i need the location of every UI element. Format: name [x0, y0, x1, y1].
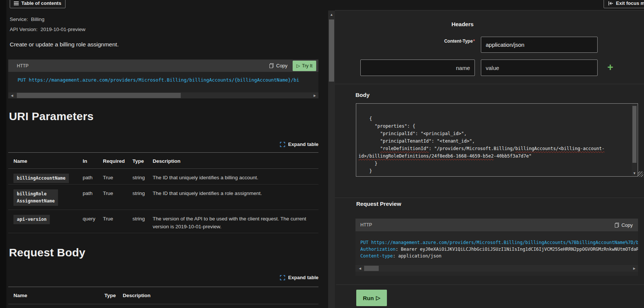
service-value: Billing — [31, 16, 45, 22]
cell-description: The ID that uniquely identifies a billin… — [153, 169, 313, 182]
run-button[interactable]: Run ▷ — [356, 290, 387, 306]
cell-in: path — [83, 169, 103, 182]
code-line: } — [358, 167, 628, 175]
code-line: "principalTenantId": "<tenant_id>", — [358, 137, 628, 145]
parameter-name-chip: billingAccountName — [13, 174, 69, 183]
body-json: { "properties": { "principalId": "<princ… — [356, 104, 638, 175]
scrollbar-thumb[interactable] — [632, 106, 637, 163]
cell-in: query — [83, 210, 103, 223]
code-block-header: HTTP Copy — [355, 219, 638, 231]
operation-description: Create or update a billing role assignme… — [10, 41, 119, 48]
uri-parameters-table-body: billingAccountNamepathTruestringThe ID t… — [8, 169, 318, 233]
cell-description: The ID that uniquely identifies a role a… — [153, 185, 313, 197]
parameter-name-chip: api-version — [13, 215, 50, 224]
scroll-right-icon[interactable]: ▶ — [312, 92, 318, 98]
expand-icon — [280, 142, 285, 147]
scroll-right-icon[interactable]: ▶ — [631, 265, 637, 272]
request-body-title: Request Body — [9, 246, 85, 259]
cell-required: True — [103, 185, 132, 197]
request-body-textarea[interactable]: { "properties": { "principalId": "<princ… — [356, 103, 638, 177]
service-meta: Service:Billing — [10, 16, 45, 22]
try-it-label: Try It — [302, 63, 312, 68]
http-sample-block: HTTP Copy ▷ Try It PUT https://managemen… — [8, 60, 318, 98]
code-segment: Content-type — [360, 253, 393, 259]
run-label: Run — [363, 295, 374, 301]
scrollbar-thumb[interactable] — [17, 93, 181, 98]
content-type-input[interactable] — [481, 37, 598, 53]
scroll-down-icon[interactable]: ▼ — [632, 171, 637, 175]
code-segment: } — [358, 161, 378, 166]
divider — [335, 198, 644, 198]
code-segment: -40bb5f3a7d7e" — [494, 153, 531, 159]
code-line: "roleDefinitionId": "/providers/Microsof… — [358, 145, 628, 152]
scroll-left-icon[interactable]: ◀ — [9, 92, 15, 98]
preview-horizontal-scrollbar[interactable]: ◀ ▶ — [355, 265, 638, 272]
api-version-meta: API Version:2019-10-01-preview — [10, 27, 85, 32]
divider — [336, 284, 644, 285]
cell-required: True — [103, 169, 132, 182]
code-segment: : application/json — [393, 253, 442, 259]
scrollbar-thumb[interactable] — [329, 19, 334, 82]
play-icon: ▷ — [296, 63, 300, 68]
exit-focus-mode-button[interactable]: Exit focus mode — [604, 0, 644, 8]
code-line: "properties": { — [358, 122, 628, 130]
try-it-button[interactable]: ▷ Try It — [293, 61, 316, 71]
scroll-up-icon[interactable]: ▲ — [328, 13, 335, 16]
code-segment: "principalTenantId": "<tenant_id>", — [358, 138, 475, 144]
sample-code: PUT https://management.azure.com/provide… — [8, 72, 318, 92]
service-label: Service: — [10, 16, 28, 22]
textarea-scrollbar[interactable]: ▼ — [632, 104, 637, 176]
cell-type: string — [132, 169, 153, 182]
headers-section-title: Headers — [430, 21, 495, 27]
copy-label: Copy — [622, 222, 633, 228]
cell-type: string — [132, 210, 153, 223]
cell-name: billingAccountName — [13, 169, 83, 183]
uri-parameters-table: NameInRequiredTypeDescription billingAcc… — [8, 152, 318, 233]
sample-horizontal-scrollbar[interactable]: ◀ ▶ — [8, 92, 318, 98]
page-vertical-scrollbar[interactable]: ▲ — [328, 10, 335, 308]
code-segment: "roleDefinitionId" — [380, 146, 429, 151]
code-segment: : "/providers/Microsoft.Billing/ — [429, 146, 515, 151]
request-preview-block: HTTP Copy PUT https://management.azure.c… — [355, 219, 638, 276]
expand-table-label: Expand table — [288, 141, 318, 147]
code-segment: { — [358, 116, 372, 121]
scrollbar-thumb[interactable] — [364, 266, 379, 271]
header-name-input[interactable] — [360, 60, 475, 76]
add-header-button[interactable]: + — [604, 61, 617, 74]
code-segment: PUT https://management.azure.com/provide… — [360, 240, 638, 245]
exit-focus-label: Exit focus mode — [616, 0, 644, 6]
resize-grip[interactable] — [638, 171, 643, 177]
expand-table-control-body[interactable]: Expand table — [8, 275, 318, 280]
code-line: { — [358, 115, 628, 122]
api-version-value: 2019-10-01-preview — [40, 27, 85, 32]
code-segment: "properties": { — [358, 123, 415, 129]
code-line: id>/billingRoleDefinitions/24f8edb6-1668… — [358, 152, 628, 160]
scroll-left-icon[interactable]: ◀ — [357, 265, 363, 272]
cell-in: path — [83, 185, 103, 197]
toc-button-label: Table of contents — [21, 0, 61, 6]
request-body-header-row: NameTypeDescription — [8, 287, 318, 304]
header-value-input[interactable] — [481, 60, 598, 76]
parameter-name-chip: billingRole AssignmentName — [13, 189, 58, 206]
preview-code: PUT https://management.azure.com/provide… — [355, 231, 638, 265]
table-row: billingAccountNamepathTruestringThe ID t… — [8, 169, 318, 185]
table-of-contents-button[interactable]: Table of contents — [10, 0, 65, 8]
code-language-label: HTTP — [17, 63, 28, 68]
copy-icon — [614, 222, 619, 228]
copy-button[interactable]: Copy — [266, 61, 290, 70]
body-section-title: Body — [355, 92, 370, 98]
cell-type: string — [132, 185, 153, 197]
code-line: PUT https://management.azure.com/provide… — [360, 239, 638, 246]
column-header: In — [83, 153, 103, 164]
divider — [335, 84, 644, 84]
expand-table-control-uri[interactable]: Expand table — [8, 141, 318, 147]
request-body-table: NameTypeDescription — [8, 287, 318, 308]
code-segment: billingAccounts/<billing-account- — [515, 146, 604, 151]
copy-icon — [269, 63, 274, 68]
expand-table-label: Expand table — [288, 275, 318, 280]
code-segment: "principalId": "<principal_id>", — [358, 131, 467, 136]
column-header: Type — [132, 153, 153, 164]
code-line: PUT https://management.azure.com/provide… — [18, 77, 318, 83]
copy-button[interactable]: Copy — [611, 221, 636, 229]
column-header: Description — [123, 287, 313, 298]
